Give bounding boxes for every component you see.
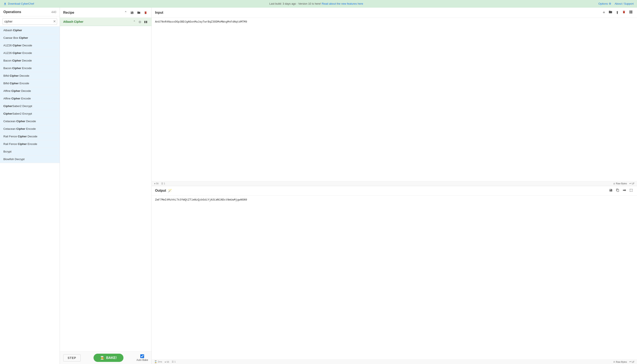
operation-item[interactable]: Atbash Cipher xyxy=(0,26,60,34)
load-file-button[interactable] xyxy=(608,10,613,16)
fullscreen-output-button[interactable] xyxy=(628,188,634,194)
disable-item-button[interactable]: ◎ xyxy=(138,20,142,24)
operation-item[interactable]: Affine Cipher Encode xyxy=(0,95,60,102)
recipe-toolbar: ⌃ xyxy=(124,10,148,15)
clear-recipe-button[interactable] xyxy=(143,10,148,15)
operation-item[interactable]: Cetacean Cipher Encode xyxy=(0,125,60,133)
bake-label: BAKE! xyxy=(106,356,117,360)
options-link[interactable]: Options ⚙ xyxy=(598,2,611,5)
output-toolbar xyxy=(608,188,634,194)
operations-count: 440 xyxy=(52,10,56,14)
build-text: Last build: 3 days ago · Version 10 is h… xyxy=(270,2,322,5)
operation-item[interactable]: Rail Fence Cipher Encode xyxy=(0,140,60,148)
output-value: ZmF7MmI4MzhhLTk3YWQtZTlmNzQzbGdiYjA3LWNl… xyxy=(155,198,247,202)
operation-item[interactable]: Affine Cipher Decode xyxy=(0,87,60,95)
download-cyberchef-link[interactable]: Download CyberChef xyxy=(3,2,34,6)
operation-item[interactable]: A1Z26 Cipher Encode xyxy=(0,49,60,57)
recipe-content xyxy=(60,26,152,351)
operation-item[interactable]: A1Z26 Cipher Decode xyxy=(0,42,60,49)
operation-item[interactable]: Blowfish Decrypt xyxy=(0,156,60,163)
recipe-item-name: Atbash Cipher xyxy=(63,20,84,24)
download-icon xyxy=(3,2,7,6)
input-toolbar: + ⬆ xyxy=(602,10,634,16)
input-statusbar: ♦ 56 ☰ 1 Raw Bytes ↵ LF xyxy=(152,181,637,186)
output-title-wrap: Output 🪄 xyxy=(155,189,172,193)
operations-header: Operations 440 xyxy=(0,8,60,17)
step-button[interactable]: STEP xyxy=(63,354,81,362)
copy-output-button[interactable] xyxy=(615,188,620,194)
send-to-input-button[interactable] xyxy=(622,188,627,194)
operation-item[interactable]: Cetacean Cipher Decode xyxy=(0,118,60,125)
bake-button[interactable]: 👨‍🍳 BAKE! xyxy=(94,354,124,362)
output-header: Output 🪄 xyxy=(152,186,637,196)
operation-item[interactable]: Rail Fence Cipher Decode xyxy=(0,133,60,140)
input-line-ending-label: ↵ LF xyxy=(630,182,634,185)
output-statusbar-left: ⌛ 2ms ♦ 56 ☰ 1 xyxy=(154,360,176,363)
upload-input-button[interactable]: ⬆ xyxy=(615,10,620,16)
io-panel: Input + ⬆ ♦ 56 xyxy=(152,8,637,364)
clear-search-button[interactable]: ✕ xyxy=(53,20,56,23)
save-output-button[interactable] xyxy=(608,188,614,194)
options-label: Options xyxy=(598,2,608,5)
recipe-title: Recipe xyxy=(63,11,74,14)
save-recipe-button[interactable] xyxy=(130,10,134,15)
load-recipe-button[interactable] xyxy=(136,10,141,15)
clear-input-button[interactable] xyxy=(622,10,626,16)
search-box: ✕ xyxy=(0,17,60,26)
topbar: Download CyberChef Last build: 3 days ag… xyxy=(0,0,637,8)
about-label: About / Support xyxy=(615,2,634,5)
operation-item[interactable]: Bifid Cipher Decode xyxy=(0,72,60,80)
main-layout: Operations 440 ✕ Atbash CipherCaesar Box… xyxy=(0,8,637,364)
topbar-right: Options ⚙ About / Support xyxy=(598,2,634,5)
about-link[interactable]: About / Support xyxy=(615,2,634,5)
operation-item[interactable]: Bacon Cipher Encode xyxy=(0,64,60,72)
pause-item-button[interactable]: ▮▮ xyxy=(144,20,148,24)
output-title: Output xyxy=(155,189,166,192)
operations-list: Atbash CipherCaesar Box CipherA1Z26 Ciph… xyxy=(0,26,60,364)
recipe-header: Recipe ⌃ xyxy=(60,8,152,18)
download-label: Download CyberChef xyxy=(8,2,34,5)
operation-item[interactable]: Caesar Box Cipher xyxy=(0,34,60,42)
output-type-label: Raw Bytes xyxy=(613,361,627,363)
add-input-button[interactable]: + xyxy=(602,10,606,16)
input-lines-indicator: ☰ 1 xyxy=(161,182,165,185)
operation-item[interactable]: Bifid Cipher Encode xyxy=(0,80,60,87)
chef-icon: 👨‍🍳 xyxy=(100,356,104,360)
operation-item[interactable]: Bacon Cipher Decode xyxy=(0,57,60,64)
operations-panel: Operations 440 ✕ Atbash CipherCaesar Box… xyxy=(0,8,60,364)
recipe-item-controls: ⌃ ◎ ▮▮ xyxy=(132,20,148,24)
operation-item[interactable]: CipherSaber2 Decrypt xyxy=(0,102,60,110)
input-header: Input + ⬆ xyxy=(152,8,637,18)
input-section: Input + ⬆ ♦ 56 xyxy=(152,8,637,186)
input-statusbar-right: Raw Bytes ↵ LF xyxy=(613,182,634,185)
magic-wand-button[interactable]: 🪄 xyxy=(168,189,172,193)
gear-icon: ⚙ xyxy=(609,2,611,5)
input-type-label: Raw Bytes xyxy=(613,182,627,185)
output-lines-indicator: ☰ 1 xyxy=(172,360,176,363)
output-statusbar: ⌛ 2ms ♦ 56 ☰ 1 Raw Bytes ↵ LF xyxy=(152,359,637,364)
auto-bake-label: Auto Bake xyxy=(136,358,148,362)
collapse-item-button[interactable]: ⌃ xyxy=(132,20,136,24)
output-content: ZmF7MmI4MzhhLTk3YWQtZTlmNzQzbGdiYjA3LWNl… xyxy=(152,196,637,360)
collapse-recipe-button[interactable]: ⌃ xyxy=(124,10,128,15)
output-chars-indicator: ♦ 56 xyxy=(165,361,169,363)
build-message: Last build: 3 days ago · Version 10 is h… xyxy=(270,2,363,5)
input-statusbar-left: ♦ 56 ☰ 1 xyxy=(154,182,165,185)
recipe-panel: Recipe ⌃ Atbash Cipher ⌃ ◎ ▮▮ xyxy=(60,8,152,364)
input-textarea[interactable] xyxy=(152,18,637,181)
operation-item[interactable]: CipherSaber2 Encrypt xyxy=(0,110,60,118)
operation-item[interactable]: Bcrypt xyxy=(0,148,60,156)
search-input[interactable] xyxy=(2,18,57,25)
output-statusbar-right: Raw Bytes ↵ LF xyxy=(613,360,634,363)
recipe-item-atbash: Atbash Cipher ⌃ ◎ ▮▮ xyxy=(60,18,152,26)
output-line-ending-label: ↵ LF xyxy=(630,360,634,363)
auto-bake-wrap: Auto Bake xyxy=(136,354,148,362)
input-title: Input xyxy=(155,11,163,14)
output-time-label: ⌛ 2ms xyxy=(154,360,162,363)
recipe-footer: STEP 👨‍🍳 BAKE! Auto Bake xyxy=(60,351,152,364)
output-section: Output 🪄 xyxy=(152,186,637,364)
switch-input-layout-button[interactable] xyxy=(628,10,634,16)
build-link[interactable]: Read about the new features here xyxy=(322,2,363,5)
input-magic-label: ♦ 56 xyxy=(154,182,158,185)
auto-bake-checkbox[interactable] xyxy=(140,354,144,358)
